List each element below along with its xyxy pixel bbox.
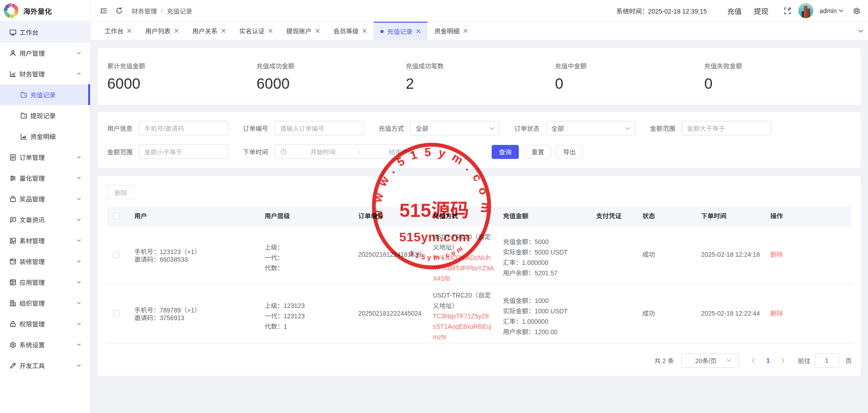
svg-text:515源码: 515源码 [399,200,469,221]
svg-text:515ym.com: 515ym.com [408,243,466,262]
svg-text:515ym.com: 515ym.com [399,230,470,244]
